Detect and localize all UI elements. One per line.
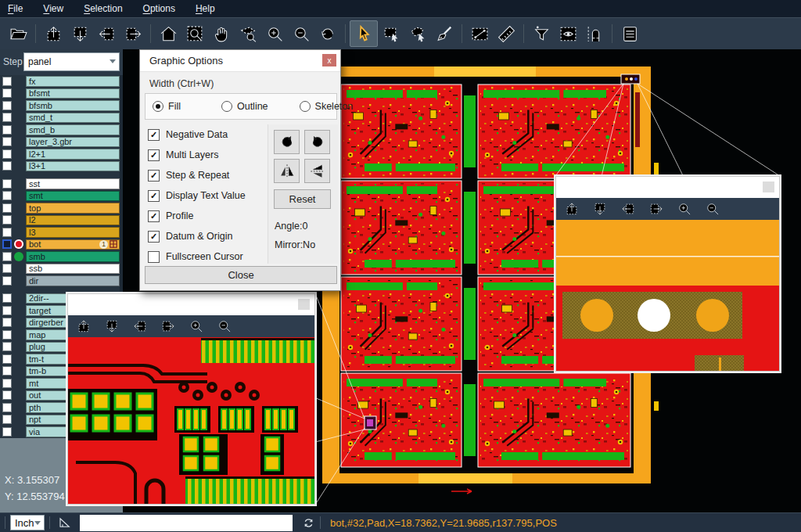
- layer-name-cell[interactable]: top: [26, 203, 120, 214]
- layer-name-cell[interactable]: smd_t: [26, 113, 120, 124]
- dialog-close-icon[interactable]: x: [322, 54, 336, 66]
- rotate-ccw-button[interactable]: [304, 130, 330, 154]
- pcb-board[interactable]: [341, 277, 462, 371]
- checkbox[interactable]: ✓: [148, 129, 160, 141]
- filter-button[interactable]: [528, 21, 555, 46]
- checkbox[interactable]: ✓: [148, 170, 160, 182]
- magnifier-left-view[interactable]: [68, 337, 314, 504]
- layer-name-cell[interactable]: l2+1: [26, 149, 120, 160]
- checkbox[interactable]: [148, 251, 160, 263]
- magnifier-left-window-button[interactable]: [298, 299, 310, 310]
- zoom-in-button[interactable]: [677, 201, 692, 217]
- layer-visibility-checkbox[interactable]: [2, 239, 12, 249]
- magnifier-right-titlebar[interactable]: [556, 177, 779, 198]
- layer-name-cell[interactable]: bfsmb: [26, 100, 120, 111]
- pan-down-button[interactable]: [66, 21, 93, 46]
- menu-options[interactable]: Options: [143, 3, 175, 14]
- pcb-board[interactable]: [341, 373, 462, 467]
- layer-name-cell[interactable]: layer_3.gbr: [26, 137, 120, 148]
- corner-ruler-icon[interactable]: [58, 516, 72, 530]
- pcb-board[interactable]: [478, 84, 630, 178]
- layer-name-cell[interactable]: sst: [26, 178, 120, 189]
- zoom-out-button[interactable]: [217, 318, 232, 334]
- checkbox[interactable]: ✓: [148, 210, 160, 222]
- pan-left-button[interactable]: [620, 201, 636, 217]
- refresh-icon[interactable]: [302, 516, 315, 530]
- menu-selection[interactable]: Selection: [84, 3, 122, 14]
- layer-panel-button[interactable]: [616, 21, 643, 46]
- layer-visibility-checkbox[interactable]: [2, 252, 12, 261]
- layer-row[interactable]: dir: [0, 275, 120, 287]
- pcb-board[interactable]: [341, 84, 462, 178]
- layer-visibility-checkbox[interactable]: [2, 330, 12, 340]
- layer-visibility-checkbox[interactable]: [2, 113, 12, 122]
- pan-left-button[interactable]: [132, 318, 148, 334]
- layer-visibility-checkbox[interactable]: [2, 379, 12, 388]
- layer-visibility-checkbox[interactable]: [2, 415, 12, 424]
- clean-brush-button[interactable]: [431, 21, 458, 46]
- radio-outline[interactable]: Outline: [221, 101, 268, 112]
- layer-visibility-checkbox[interactable]: [2, 88, 12, 98]
- layer-row[interactable]: smd_t: [0, 112, 120, 124]
- magnifier-window-right[interactable]: [555, 176, 780, 372]
- magnifier-right-window-button[interactable]: [763, 182, 774, 192]
- layer-row[interactable]: fx: [0, 75, 120, 88]
- layer-row[interactable]: smb: [0, 250, 120, 263]
- pcb-board[interactable]: [341, 181, 462, 275]
- layer-row[interactable]: l3+1: [0, 160, 120, 173]
- layer-row[interactable]: ssb: [0, 263, 120, 275]
- poly-select-button[interactable]: [404, 21, 431, 46]
- layer-row[interactable]: sst: [0, 178, 120, 190]
- checkbox[interactable]: ✓: [148, 149, 160, 161]
- layer-visibility-checkbox[interactable]: [2, 101, 12, 110]
- flip-vertical-button[interactable]: [304, 159, 330, 183]
- command-input[interactable]: [80, 515, 293, 531]
- layer-row[interactable]: smt: [0, 190, 120, 203]
- menu-file[interactable]: File: [8, 3, 23, 14]
- layer-row[interactable]: smd_b: [0, 124, 120, 136]
- pan-right-button[interactable]: [120, 21, 146, 46]
- pan-right-button[interactable]: [160, 318, 176, 334]
- pan-right-button[interactable]: [648, 201, 664, 217]
- layer-visibility-checkbox[interactable]: [2, 366, 12, 376]
- ruler-button[interactable]: [493, 21, 519, 46]
- layer-visibility-checkbox[interactable]: [2, 149, 12, 159]
- layer-name-cell[interactable]: l3: [26, 227, 120, 238]
- dialog-titlebar[interactable]: Graphic Options x: [140, 50, 340, 72]
- layer-name-cell[interactable]: smb: [26, 251, 120, 262]
- layer-name-cell[interactable]: ssb: [26, 264, 120, 275]
- area-zoom-button[interactable]: [235, 21, 261, 46]
- zoom-in-button[interactable]: [189, 318, 204, 334]
- open-folder-button[interactable]: [5, 21, 31, 46]
- magnifier-window-left[interactable]: [67, 293, 315, 505]
- option-datum-origin[interactable]: ✓Datum & Origin: [148, 226, 246, 246]
- reset-button[interactable]: Reset: [274, 189, 331, 209]
- layer-visibility-checkbox[interactable]: [2, 403, 12, 412]
- pan-up-button[interactable]: [40, 21, 66, 46]
- layer-visibility-checkbox[interactable]: [2, 125, 12, 135]
- pan-down-button[interactable]: [104, 318, 120, 334]
- layer-visibility-checkbox[interactable]: [2, 306, 12, 315]
- option-multi-layers[interactable]: ✓Multi Layers: [148, 145, 246, 165]
- option-step-repeat[interactable]: ✓Step & Repeat: [148, 165, 246, 185]
- snap-button[interactable]: [581, 21, 608, 46]
- rect-select-button[interactable]: [378, 21, 404, 46]
- pcb-board[interactable]: [478, 373, 630, 467]
- option-fullscreen-cursor[interactable]: Fullscreen Cursor: [148, 246, 246, 267]
- layer-visibility-checkbox[interactable]: [2, 137, 12, 146]
- menu-view[interactable]: View: [43, 3, 63, 14]
- layer-row[interactable]: bfsmb: [0, 99, 120, 112]
- layer-visibility-checkbox[interactable]: [2, 77, 12, 86]
- magnifier-right-view[interactable]: [556, 220, 779, 371]
- zoom-in-button[interactable]: [261, 21, 288, 46]
- layer-name-cell[interactable]: dir: [26, 275, 120, 286]
- layer-row[interactable]: l3: [0, 226, 120, 239]
- layer-visibility-checkbox[interactable]: [2, 203, 12, 213]
- option-profile[interactable]: ✓Profile: [148, 206, 246, 226]
- layer-row[interactable]: l2+1: [0, 148, 120, 160]
- radio-fill[interactable]: Fill: [153, 101, 181, 112]
- measure-button[interactable]: [466, 21, 493, 46]
- pan-up-button[interactable]: [76, 318, 92, 334]
- option-negative-data[interactable]: ✓Negative Data: [148, 124, 246, 145]
- layer-visibility-checkbox[interactable]: [2, 276, 12, 286]
